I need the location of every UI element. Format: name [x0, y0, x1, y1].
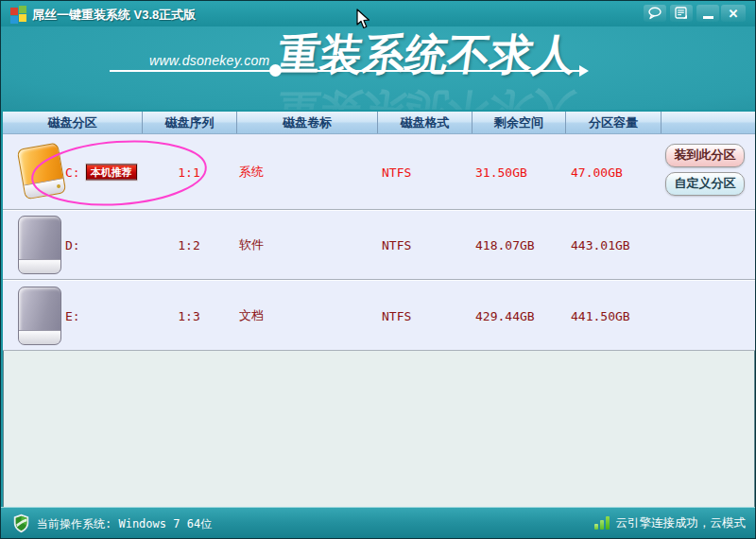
capacity: 441.50GB	[571, 308, 630, 322]
volume-label: 文档	[239, 307, 264, 324]
partition-row-c[interactable]: C: 本机推荐 1:1 系统 NTFS 31.50GB 47.00GB 装到此分…	[3, 134, 755, 210]
volume-label: 系统	[239, 164, 264, 181]
statusbar: 当前操作系统: Windows 7 64位 云引擎连接成功，云模式	[1, 507, 755, 539]
close-icon: ✕	[729, 8, 739, 20]
banner: www.dsonekey.com 重装系统不求人 重装系统不求人	[1, 26, 755, 110]
free-space: 418.07GB	[475, 238, 535, 252]
install-to-partition-button[interactable]: 装到此分区	[665, 144, 745, 167]
titlebar: 屌丝一键重装系统 V3.8正式版 ✕	[1, 1, 755, 26]
custom-partition-button[interactable]: 自定义分区	[665, 172, 745, 196]
disk-format: NTFS	[382, 238, 411, 252]
disk-format: NTFS	[382, 308, 411, 322]
partition-row-e[interactable]: E: 1:3 文档 NTFS 429.44GB 441.50GB	[3, 280, 755, 351]
capacity: 443.01GB	[571, 238, 630, 252]
disk-serial: 1:2	[142, 238, 236, 252]
feedback-button[interactable]	[670, 5, 693, 22]
mouse-cursor-icon	[356, 9, 370, 29]
capacity: 47.00GB	[571, 165, 623, 179]
app-logo-icon	[10, 6, 27, 23]
free-space: 429.44GB	[475, 308, 535, 322]
line-dot	[269, 64, 282, 77]
drive-icon-gray	[18, 216, 61, 274]
partition-row-d[interactable]: D: 1:2 软件 NTFS 418.07GB 443.01GB	[3, 210, 755, 280]
partition-table: 磁盘分区 磁盘序列 磁盘卷标 磁盘格式 剩余空间 分区容量 C: 本机推荐 1:…	[3, 110, 755, 507]
current-os-text: 当前操作系统: Windows 7 64位	[37, 516, 212, 532]
minimize-button[interactable]	[696, 5, 719, 22]
form-icon	[675, 7, 688, 20]
header-actions	[662, 112, 755, 133]
arrow-line	[110, 70, 579, 72]
speech-bubble-icon	[647, 7, 662, 20]
disk-format: NTFS	[382, 165, 411, 179]
header-disk-partition: 磁盘分区	[3, 112, 143, 133]
signal-bars-icon	[594, 516, 610, 530]
header-capacity: 分区容量	[566, 112, 662, 133]
drive-letter: C:	[65, 165, 80, 179]
chat-button[interactable]	[644, 5, 666, 22]
slogan-text: 重装系统不求人	[274, 26, 579, 83]
free-space: 31.50GB	[475, 165, 527, 179]
drive-icon-gray	[18, 287, 61, 345]
header-disk-format: 磁盘格式	[378, 112, 472, 133]
drive-icon-orange	[17, 142, 67, 200]
minimize-icon	[703, 16, 713, 19]
header-disk-serial: 磁盘序列	[143, 112, 237, 133]
header-free-space: 剩余空间	[472, 112, 566, 133]
arrow-head-icon	[579, 65, 589, 77]
cloud-status-text: 云引擎连接成功，云模式	[616, 515, 747, 531]
disk-serial: 1:3	[142, 308, 236, 322]
shield-icon	[12, 513, 30, 533]
disk-serial: 1:1	[142, 165, 236, 179]
recommended-badge: 本机推荐	[86, 164, 137, 180]
header-volume-label: 磁盘卷标	[237, 112, 378, 133]
table-header-row: 磁盘分区 磁盘序列 磁盘卷标 磁盘格式 剩余空间 分区容量	[3, 110, 755, 134]
close-button[interactable]: ✕	[721, 5, 746, 22]
website-text: www.dsonekey.com	[149, 53, 269, 68]
drive-letter: D:	[65, 238, 80, 252]
drive-letter: E:	[65, 308, 80, 322]
volume-label: 软件	[239, 236, 264, 253]
app-window: 屌丝一键重装系统 V3.8正式版 ✕ www.dsonekey.com 重装	[0, 0, 756, 539]
window-title: 屌丝一键重装系统 V3.8正式版	[32, 7, 196, 24]
